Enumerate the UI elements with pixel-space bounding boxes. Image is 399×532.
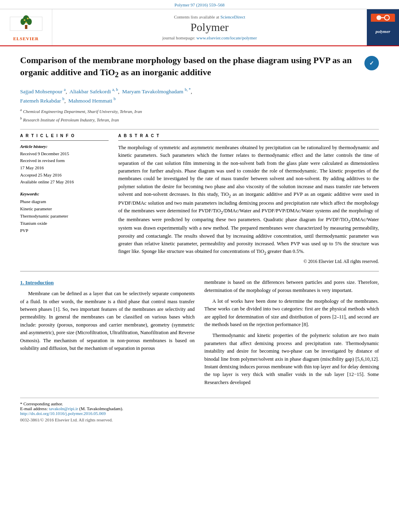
sciencedirect-link[interactable]: ScienceDirect — [220, 14, 245, 19]
journal-center: Contents lists available at ScienceDirec… — [52, 9, 367, 45]
abstract-col: A B S T R A C T The morphology of symmet… — [118, 134, 379, 264]
history-item-4: Accepted 25 May 2016 — [20, 172, 109, 179]
history-label: Article history: — [20, 144, 109, 149]
keyword-4: Titanium oxide — [20, 220, 109, 227]
abstract-divider — [118, 140, 379, 141]
abstract-text: The morphology of symmetric and asymmetr… — [118, 144, 379, 257]
keyword-3: Thermodynamic parameter — [20, 212, 109, 220]
footer-doi[interactable]: http://dx.doi.org/10.1016/j.polymer.2016… — [20, 411, 379, 416]
history-item-1: Received 9 December 2015 — [20, 150, 109, 158]
info-divider — [20, 140, 109, 141]
elsevier-label: ELSEVIER — [13, 36, 39, 41]
keyword-5: PVP — [20, 227, 109, 234]
svg-point-7 — [25, 22, 27, 23]
journal-header: ELSEVIER Contents lists available at Sci… — [0, 9, 399, 46]
body-two-col: 1. Introduction Membrane can be defined … — [20, 279, 379, 390]
footer-area: * Corresponding author. E-mail address: … — [20, 398, 379, 422]
article-info-abstract: A R T I C L E I N F O Article history: R… — [20, 134, 379, 264]
elsevier-logo-svg — [6, 14, 46, 35]
homepage-line: journal homepage: www.elsevier.com/locat… — [162, 35, 257, 40]
crossmark-icon: ✓ — [364, 56, 379, 70]
intro-heading: 1. Introduction — [20, 279, 195, 287]
svg-point-8 — [376, 15, 381, 20]
intro-para-3: A lot of works have been done to determi… — [204, 298, 379, 329]
full-divider — [20, 271, 379, 271]
polymer-badge: polymer — [371, 14, 395, 41]
contents-line: Contents lists available at ScienceDirec… — [174, 14, 245, 19]
authors-line: Sajjad Mohsenpour a, Aliakbar Safekordi … — [20, 86, 379, 105]
doi-bar: Polymer 97 (2016) 559–568 — [0, 0, 399, 9]
elsevier-logo: ELSEVIER — [0, 9, 52, 45]
email-person: (M. Tavakolmoghadam). — [79, 406, 123, 411]
svg-point-10 — [385, 15, 389, 20]
article-title: ✓ Comparison of the membrane morphology … — [20, 54, 379, 80]
author-2: Aliakbar Safekordi — [70, 88, 111, 94]
svg-point-6 — [27, 18, 29, 19]
abstract-label: A B S T R A C T — [118, 134, 379, 138]
svg-rect-4 — [25, 25, 27, 29]
svg-point-3 — [27, 18, 32, 25]
keyword-2: Kinetic parameter — [20, 205, 109, 212]
section-divider-1 — [20, 129, 379, 129]
footnote-corresponding: * Corresponding author. — [20, 401, 379, 406]
polymer-top-icon — [376, 14, 390, 21]
title-sub2: 2 — [115, 71, 119, 79]
intro-para-1: Membrane can be defined as a layer that … — [20, 290, 195, 352]
intro-para-4: Thermodynamic and kinetic properties of … — [204, 332, 379, 386]
main-content: ✓ Comparison of the membrane morphology … — [0, 46, 399, 430]
history-item-5: Available online 27 May 2016 — [20, 179, 109, 186]
email-link[interactable]: tavakoln@ripi.ir — [49, 406, 78, 411]
intro-para-2: membrane is based on the differences bet… — [204, 279, 379, 294]
polymer-logo-right: polymer — [367, 9, 399, 45]
body-col-right: membrane is based on the differences bet… — [204, 279, 379, 390]
doi-text: Polymer 97 (2016) 559–568 — [175, 2, 224, 7]
article-info-col: A R T I C L E I N F O Article history: R… — [20, 134, 109, 264]
article-title-section: ✓ Comparison of the membrane morphology … — [20, 54, 379, 80]
author-1: Sajjad Mohsenpour — [20, 88, 62, 94]
author-3: Maryam Tavakolmoghadam — [122, 88, 183, 94]
footer-copyright: 0032-3861/© 2016 Elsevier Ltd. All right… — [20, 417, 379, 422]
copyright-line: © 2016 Elsevier Ltd. All rights reserved… — [118, 259, 379, 264]
history-item-3: 17 May 2016 — [20, 164, 109, 172]
polymer-badge-top — [371, 14, 395, 22]
affiliations: a Chemical Engineering Department, Shari… — [20, 107, 379, 123]
svg-text:✓: ✓ — [369, 60, 374, 66]
polymer-badge-label: polymer — [371, 22, 395, 41]
keyword-1: Phase diagram — [20, 198, 109, 205]
author-4: Fatemeh Rekabdar — [20, 97, 61, 103]
keywords-section: Keywords: Phase diagram Kinetic paramete… — [20, 191, 109, 234]
title-end: as an inorganic additive — [119, 67, 211, 77]
crossmark: ✓ — [364, 56, 379, 70]
journal-name: Polymer — [191, 21, 229, 34]
body-col-left: 1. Introduction Membrane can be defined … — [20, 279, 195, 390]
author-5: Mahmood Hemmati — [68, 97, 112, 103]
keywords-label: Keywords: — [20, 191, 109, 196]
footnote-email: E-mail address: tavakoln@ripi.ir (M. Tav… — [20, 406, 379, 411]
article-info-label: A R T I C L E I N F O — [20, 134, 109, 138]
homepage-link[interactable]: www.elsevier.com/locate/polymer — [196, 35, 257, 40]
history-item-2: Received in revised form — [20, 157, 109, 164]
svg-point-5 — [24, 19, 25, 21]
